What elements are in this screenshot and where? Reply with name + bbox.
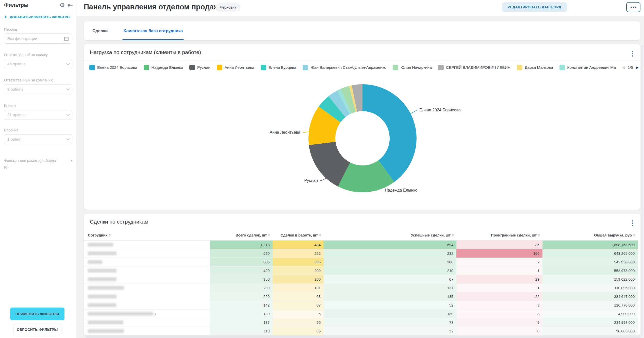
apply-filters-button[interactable]: ПРИМЕНИТЬ ФИЛЬТРЫ (10, 308, 64, 320)
value-cell: 159,022,000 (542, 275, 638, 283)
legend-item[interactable]: Елена Бурцева (261, 65, 296, 70)
value-cell: 3 (456, 301, 542, 309)
table-row[interactable]: 2206313522384,647,000 (84, 292, 638, 301)
column-header-total-revenue[interactable]: Общая выручка, руб (542, 233, 638, 237)
legend-prev-icon[interactable]: ◀ (622, 65, 625, 70)
reset-filters-button[interactable]: СБРОСИТЬ ФИЛЬТРЫ (13, 324, 61, 335)
value-cell: 210 (324, 266, 456, 275)
legend-swatch (438, 65, 444, 70)
table-row[interactable]: 14287523126,770,000 (84, 301, 638, 310)
value-cell: 139 (210, 310, 273, 318)
value-cell: 35 (456, 241, 542, 249)
filter-label-funnel: Воронка (4, 128, 19, 132)
value-cell: 110,095,000 (542, 284, 638, 292)
donut-chart: Елена 2024 БорисоваНадежда ЕлынкоРусланА… (84, 72, 640, 209)
dashboard-header: Панель управления отделом продаж ☆ Черно… (76, 0, 644, 16)
column-header-deals-in-progress[interactable]: Сделок в работе, шт (273, 233, 324, 237)
legend-item[interactable]: СЕРГЕЙ ВЛАДИМИРОВИЧ ЛЕВИН (438, 65, 510, 70)
legend-swatch (517, 65, 522, 70)
company-owner-select[interactable]: 9 options (4, 84, 72, 94)
legend-item[interactable]: Жан Валерьевич Стамбульян-Авраменко (303, 65, 386, 70)
client-select[interactable]: 21 options (4, 110, 72, 120)
legend-swatch (144, 65, 149, 70)
redacted-name (88, 320, 123, 324)
value-cell: 553,973,000 (542, 266, 638, 275)
redacted-name (88, 312, 153, 316)
legend-item[interactable]: Елена 2024 Борисова (89, 65, 137, 70)
value-cell: 1,213 (210, 241, 273, 249)
column-header-total-deals[interactable]: Всего сделок, шт (210, 233, 273, 237)
table-row[interactable]: 1,213484694351,898,153,600 (84, 241, 638, 249)
value-cell: 395 (273, 258, 324, 266)
employee-name-cell (84, 266, 210, 275)
workload-chart-card: Нагрузка по сотрудникам (клиенты в работ… (84, 44, 640, 210)
employee-name-cell (84, 284, 210, 292)
table-row[interactable]: 13755739234,998,000 (84, 318, 638, 327)
value-cell: 73 (324, 318, 456, 327)
employee-name-cell (84, 241, 210, 249)
calendar-icon (64, 36, 69, 41)
legend-item[interactable]: Анна Леонтьева (217, 65, 254, 70)
column-header-won-deals[interactable]: Успешные сделки, шт (324, 233, 456, 237)
vertical-scrollbar[interactable] (641, 45, 643, 336)
legend-item[interactable]: Юлия Начаркина (393, 65, 432, 70)
value-cell: 234,998,000 (542, 318, 638, 327)
legend-item[interactable]: Константин Андреевич Ма (559, 65, 616, 70)
sort-icon (319, 234, 321, 237)
name-visible-suffix: о (154, 312, 156, 316)
collapse-sidebar-icon[interactable]: ⇤ (68, 2, 73, 8)
deal-owner-select[interactable]: 46 options (4, 59, 72, 69)
filters-outside-dashboard[interactable]: Фильтры вне рамок дашборда › (0) (4, 158, 72, 169)
legend-item[interactable]: Надежда Елынко (144, 65, 183, 70)
chart-kebab-menu-icon[interactable] (631, 50, 634, 58)
legend-label: Надежда Елынко (152, 65, 183, 70)
horizontal-scrollbar[interactable] (85, 335, 641, 338)
employee-name-cell (84, 249, 210, 258)
filters-sidebar: Фильтры ⚙ ⇤ + ДОБАВИТЬ/ИЗМЕНИТЬ ФИЛЬТРЫ … (0, 0, 76, 338)
tab-client-base[interactable]: Клиентская база сотрудника (123, 21, 183, 40)
value-cell: 52 (324, 301, 456, 309)
table-row[interactable]: 6053952082542,950,000 (84, 258, 638, 266)
chart-card-title: Нагрузка по сотрудникам (клиенты в работ… (90, 49, 201, 55)
value-cell: 137 (324, 284, 456, 292)
callout-label: Елена 2024 Борисова (419, 108, 461, 112)
sort-icon (538, 234, 540, 237)
value-cell: 1 (456, 284, 542, 292)
value-cell: 22 (456, 292, 542, 301)
legend-next-icon[interactable]: ▶ (636, 65, 639, 70)
table-kebab-menu-icon[interactable] (631, 219, 634, 227)
legend-swatch (217, 65, 222, 70)
edit-dashboard-button[interactable]: РЕДАКТИРОВАТЬ ДАШБОРД (502, 2, 567, 12)
favorite-star-icon[interactable]: ☆ (206, 4, 212, 11)
chevron-down-icon (66, 112, 70, 116)
legend-item[interactable]: Руслан (189, 65, 210, 70)
legend-item[interactable]: Дарья Малкова (517, 65, 553, 70)
value-cell: 643,265,000 (542, 249, 638, 258)
table-row[interactable]: 3562606729159,022,000 (84, 275, 638, 284)
more-actions-button[interactable] (626, 2, 640, 12)
tab-deals[interactable]: Сделки (92, 21, 108, 40)
column-header-lost-deals[interactable]: Проигранные сделки, шт (456, 233, 542, 237)
status-badge: Черновик (216, 4, 240, 11)
redacted-name (88, 303, 116, 307)
value-cell: 130 (324, 310, 456, 318)
gear-icon[interactable]: ⚙ (60, 2, 65, 8)
funnel-select[interactable]: 1 option (4, 134, 72, 144)
table-row[interactable]: о139613034,900,000 (84, 310, 638, 318)
value-cell: 29 (456, 275, 542, 283)
period-input[interactable]: Без фильтрации (4, 33, 72, 44)
redacted-name (88, 286, 124, 290)
sort-icon (268, 234, 270, 237)
callout-line (303, 132, 309, 132)
table-row[interactable]: 1188632090,885,000 (84, 327, 638, 335)
value-cell: 142 (210, 301, 273, 309)
filters-title: Фильтры (4, 2, 28, 8)
table-row[interactable]: 2391011371110,095,000 (84, 284, 638, 292)
table-row[interactable]: 4202092101553,973,000 (84, 266, 638, 275)
add-edit-filters-link[interactable]: + ДОБАВИТЬ/ИЗМЕНИТЬ ФИЛЬТРЫ (4, 14, 70, 20)
value-cell: 3 (456, 310, 542, 318)
table-row[interactable]: 620222232166643,265,000 (84, 249, 638, 258)
employee-name-cell (84, 258, 210, 266)
column-header-employee[interactable]: Сотрудник (84, 233, 210, 237)
redacted-name (88, 243, 113, 247)
